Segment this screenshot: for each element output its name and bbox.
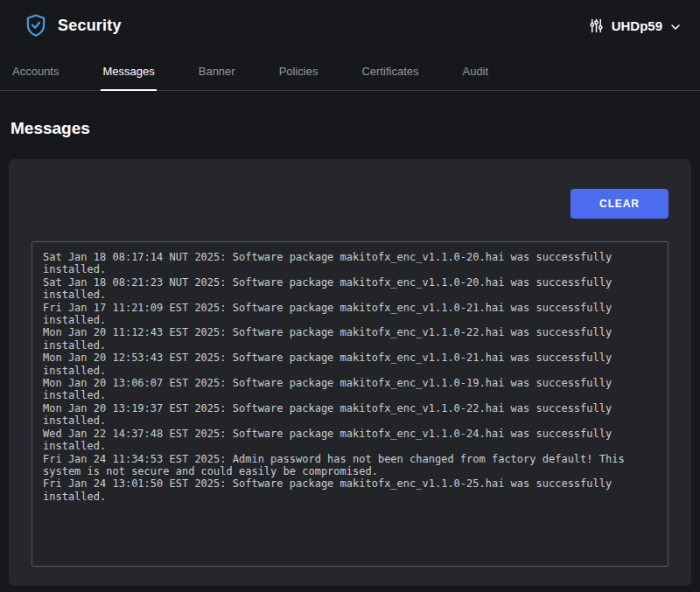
tab-certificates[interactable]: Certificates xyxy=(360,59,420,91)
log-entry: Sat Jan 18 08:17:14 NUT 2025: Software p… xyxy=(43,251,657,276)
log-entry: Mon Jan 20 13:19:37 EST 2025: Software p… xyxy=(43,402,657,428)
device-name: UHDp59 xyxy=(612,18,662,33)
page-title: Security xyxy=(58,17,122,35)
sliders-icon xyxy=(589,18,604,33)
log-entry: Wed Jan 22 14:37:48 EST 2025: Software p… xyxy=(43,428,657,453)
messages-panel: CLEAR Sat Jan 18 08:17:14 NUT 2025: Soft… xyxy=(9,159,691,586)
clear-button[interactable]: CLEAR xyxy=(570,189,668,219)
log-entry: Fri Jan 24 13:01:50 EST 2025: Software p… xyxy=(43,477,657,503)
tab-accounts[interactable]: Accounts xyxy=(10,59,60,91)
tab-banner[interactable]: Banner xyxy=(197,59,237,91)
log-entry: Fri Jan 17 11:21:09 EST 2025: Software p… xyxy=(43,302,657,327)
log-entry: Fri Jan 24 11:34:53 EST 2025: Admin pass… xyxy=(43,453,657,478)
log-entry: Mon Jan 20 11:12:43 EST 2025: Software p… xyxy=(43,326,657,352)
log-entry: Sat Jan 18 08:21:23 NUT 2025: Software p… xyxy=(43,276,657,302)
app-header: Security UHDp59 xyxy=(0,0,700,51)
messages-toolbar: CLEAR xyxy=(32,189,668,219)
tab-policies[interactable]: Policies xyxy=(277,59,320,91)
log-entry: Mon Jan 20 13:06:07 EST 2025: Software p… xyxy=(43,377,657,402)
device-selector[interactable]: UHDp59 xyxy=(589,18,681,33)
tab-audit[interactable]: Audit xyxy=(460,59,490,91)
messages-log[interactable]: Sat Jan 18 08:17:14 NUT 2025: Software p… xyxy=(32,241,668,567)
security-tabbar: Accounts Messages Banner Policies Certif… xyxy=(0,51,700,91)
security-shield-icon xyxy=(26,14,46,37)
tab-messages[interactable]: Messages xyxy=(101,59,156,91)
chevron-down-icon xyxy=(670,22,681,32)
section-heading: Messages xyxy=(10,119,700,138)
log-entry: Mon Jan 20 12:53:43 EST 2025: Software p… xyxy=(43,352,657,377)
